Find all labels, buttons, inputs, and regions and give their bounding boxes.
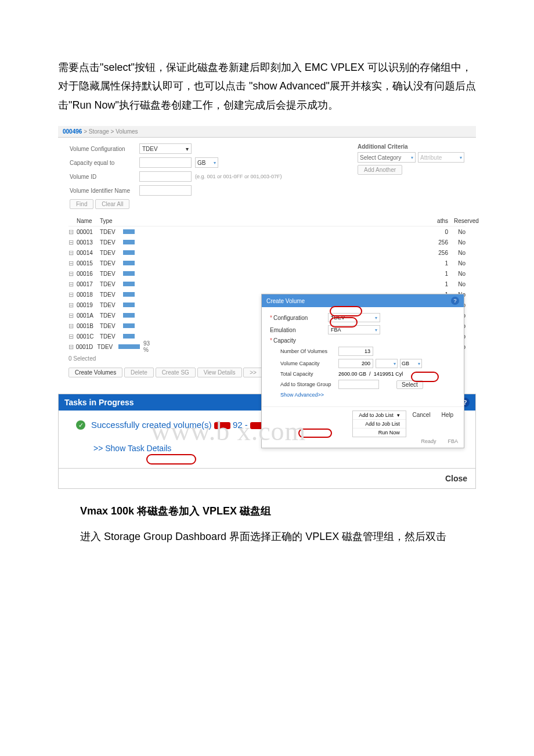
table-row[interactable]: ⊟00018TDEV	[68, 289, 156, 300]
cell-id: 00016	[77, 271, 100, 277]
input-volume-config[interactable]: TDEV ▾	[139, 143, 192, 154]
create-sg-button[interactable]: Create SG	[156, 368, 196, 377]
cell-id: 00013	[77, 239, 100, 246]
cell-id: 00017	[77, 281, 100, 287]
input-volume-name[interactable]	[139, 185, 192, 196]
cell-type: TDEV	[100, 281, 123, 287]
table-row[interactable]: ⊟00001TDEV	[68, 226, 156, 237]
breadcrumb-sep: > Storage >	[84, 128, 114, 135]
delete-button[interactable]: Delete	[124, 368, 154, 377]
table-row[interactable]: 1No	[156, 279, 466, 289]
allocation-bar	[118, 344, 140, 349]
cell-paths: 0	[433, 229, 448, 235]
volume-id-placeholder: (e.g. 001 or 001-0FF or 001,003-07F)	[192, 174, 282, 179]
col-type[interactable]: Type	[100, 218, 123, 224]
find-button[interactable]: Find	[70, 199, 93, 209]
table-row[interactable]: ⊟00015TDEV	[68, 258, 156, 268]
more-actions-button[interactable]: >>	[243, 368, 263, 377]
table-row[interactable]: ⊟0001DTDEV93 %	[68, 341, 156, 352]
breadcrumb-id[interactable]: 000496	[63, 128, 82, 135]
label-volume-config: Volume Configuration	[70, 146, 139, 152]
help-icon[interactable]: ?	[451, 297, 459, 305]
select-button[interactable]: Select	[396, 380, 423, 389]
cell-reserved: No	[454, 239, 466, 246]
input-num-volumes[interactable]: 13	[338, 347, 373, 356]
cell-type: TDEV	[100, 250, 123, 256]
cell-reserved: No	[454, 271, 466, 277]
close-button[interactable]: Close	[445, 474, 467, 483]
cell-reserved: No	[454, 250, 466, 256]
table-row[interactable]: 256No	[156, 237, 466, 247]
col-reserved[interactable]: Reserved	[454, 218, 466, 224]
show-advanced-link[interactable]: Show Advanced>>	[280, 392, 324, 398]
table-row[interactable]: ⊟00017TDEV	[68, 279, 156, 289]
filter-area: Volume Configuration TDEV ▾ Capacity equ…	[58, 138, 476, 216]
label-emulation: Emulation	[270, 327, 328, 333]
cancel-button[interactable]: Cancel	[408, 411, 435, 419]
table-row[interactable]: ⊟0001CTDEV	[68, 331, 156, 341]
cell-id: 00019	[77, 302, 100, 308]
table-row[interactable]: ⊟00019TDEV	[68, 300, 156, 310]
tasks-title: Tasks in Progress	[64, 398, 134, 407]
help-button[interactable]: Help	[436, 411, 458, 419]
input-vol-capacity[interactable]: 200	[338, 359, 373, 368]
select-attribute[interactable]: Attribute ▾	[418, 152, 464, 163]
table-row[interactable]: 256No	[156, 247, 466, 258]
success-text-mid: 92 -	[233, 420, 250, 430]
select-category[interactable]: Select Category ▾	[358, 152, 416, 163]
col-paths[interactable]: aths	[433, 218, 448, 224]
cell-id: 00001	[77, 229, 100, 235]
view-details-button[interactable]: View Details	[197, 368, 242, 377]
check-icon: ✓	[76, 420, 85, 430]
select-emulation[interactable]: FBA▾	[328, 325, 380, 334]
total-capacity-unit: GB	[359, 371, 366, 377]
add-to-job-list-dropdown[interactable]: Add to Job List▾ Add to Job List Run Now	[352, 411, 406, 437]
col-name[interactable]: Name	[77, 218, 100, 224]
cell-type: TDEV	[100, 323, 123, 329]
allocation-bar	[123, 334, 135, 339]
clear-all-button[interactable]: Clear All	[95, 199, 129, 209]
table-row[interactable]: ⊟00016TDEV	[68, 268, 156, 279]
add-to-job-list-option[interactable]: Add to Job List	[353, 420, 406, 429]
table-row[interactable]: 1No	[156, 258, 466, 268]
table-row[interactable]: ⊟00014TDEV	[68, 247, 156, 258]
emulation-value: FBA	[331, 327, 341, 333]
chevron-down-icon: ▾	[397, 412, 400, 418]
allocation-bar	[123, 282, 135, 286]
run-now-option[interactable]: Run Now	[353, 429, 406, 437]
volume-icon: ⊟	[68, 312, 77, 319]
additional-criteria: Additional Criteria Select Category ▾ At…	[358, 143, 464, 175]
volume-icon: ⊟	[68, 228, 77, 236]
select-vol-cap-unit[interactable]: GB▾	[400, 359, 422, 368]
table-row[interactable]: ⊟0001ATDEV	[68, 310, 156, 321]
status-fba: FBA	[448, 438, 458, 444]
table-row[interactable]: 0No	[156, 226, 466, 237]
intro-paragraph: 需要点击"select"按钮，保证此磁盘卷新建后即刻加入 EMC VPLEX 可…	[58, 58, 476, 114]
selected-count: 0 Selected	[68, 352, 156, 368]
create-volumes-button[interactable]: Create Volumes	[68, 368, 122, 377]
allocation-bar	[123, 229, 135, 234]
input-storage-group[interactable]	[338, 380, 379, 389]
cell-type: TDEV	[100, 302, 123, 308]
add-another-button[interactable]: Add Another	[358, 165, 402, 175]
table-row[interactable]: ⊟0001BTDEV	[68, 321, 156, 331]
select-category-value: Select Category	[360, 154, 401, 161]
table-row[interactable]: ⊟00013TDEV	[68, 237, 156, 247]
select-configuration[interactable]: TDEV▾	[328, 313, 380, 322]
cell-type: TDEV	[100, 260, 123, 267]
table-row[interactable]: 1No	[156, 268, 466, 279]
select-vol-cap-dropdown1[interactable]: ▾	[376, 359, 398, 368]
volume-icon: ⊟	[68, 280, 77, 288]
select-capacity-unit[interactable]: GB ▾	[195, 157, 218, 168]
label-num-volumes: Number Of Volumes	[280, 348, 338, 354]
input-volume-id[interactable]	[139, 171, 192, 182]
total-capacity-cyl: 1419951	[374, 371, 394, 377]
allocation-bar	[123, 292, 135, 297]
cell-id: 00018	[77, 291, 100, 298]
allocation-bar	[123, 271, 135, 276]
num-volumes-value: 13	[365, 348, 370, 354]
input-capacity[interactable]	[139, 157, 192, 168]
volume-icon: ⊟	[68, 301, 77, 309]
allocation-bar	[123, 240, 135, 244]
volume-icon: ⊟	[68, 249, 77, 257]
